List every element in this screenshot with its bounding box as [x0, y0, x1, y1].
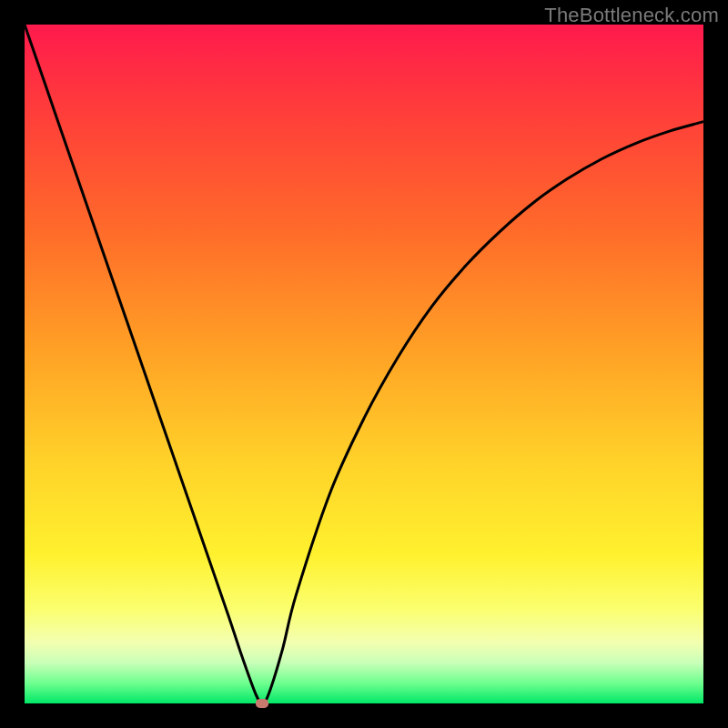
plot-area	[25, 25, 703, 703]
optimum-marker	[256, 699, 268, 708]
curve-svg	[25, 25, 703, 703]
chart-frame: TheBottleneck.com	[0, 0, 728, 728]
bottleneck-curve-path	[25, 25, 703, 703]
